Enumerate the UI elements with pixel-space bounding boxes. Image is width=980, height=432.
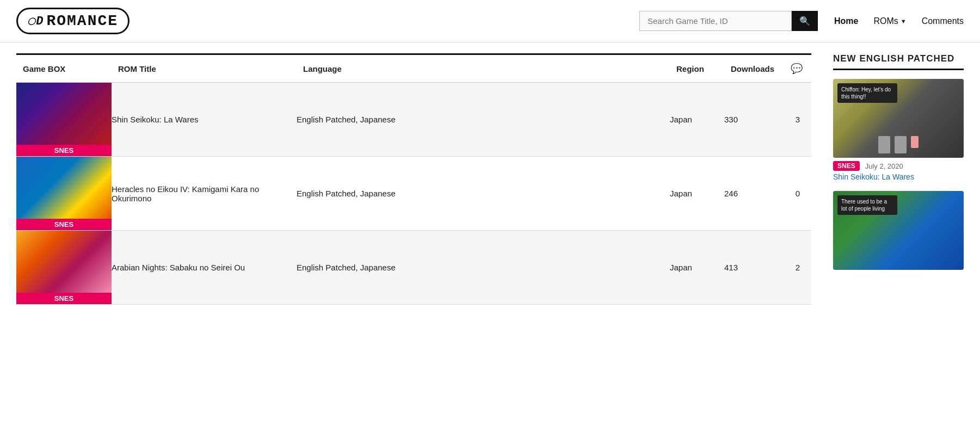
region-value-1: Japan <box>670 189 692 198</box>
game-title-2[interactable]: Arabian Nights: Sabaku no Seirei Ou <box>112 263 245 272</box>
main-nav: Home ROMs ▼ Comments <box>834 16 964 26</box>
sidebar-game-img-wrap-2: There used to be a lot of people living <box>833 191 964 270</box>
cell-comments-2: 2 <box>784 231 811 305</box>
cell-comments-1: 0 <box>784 157 811 231</box>
sidebar-chat-bubble-1: Chiffon: Hey, let's do this thing!! <box>837 83 897 103</box>
nav-roms[interactable]: ROMs <box>873 16 898 26</box>
downloads-value-0: 330 <box>724 115 738 124</box>
table-row[interactable]: SNES Shin Seikoku: La Wares English Patc… <box>16 83 811 157</box>
sprite-robot-2 <box>895 136 907 153</box>
cell-title-1: Heracles no Eikou IV: Kamigami Kara no O… <box>112 157 297 231</box>
search-input[interactable] <box>639 11 792 31</box>
search-button[interactable]: 🔍 <box>792 11 818 31</box>
language-value-0: English Patched, Japanese <box>297 115 396 124</box>
site-header: ◯D ROMANCE 🔍 Home ROMs ▼ Comments <box>0 0 980 42</box>
sprite-character <box>911 136 919 148</box>
cell-region-2: Japan <box>670 231 724 305</box>
game-title-1[interactable]: Heracles no Eikou IV: Kamigami Kara no O… <box>112 184 259 203</box>
platform-label-1: SNES <box>16 219 112 230</box>
gamebox-wrap-1: SNES <box>16 157 112 230</box>
table-row[interactable]: SNES Arabian Nights: Sabaku no Seirei Ou… <box>16 231 811 305</box>
sprite-scene-1 <box>833 136 964 153</box>
cell-region-1: Japan <box>670 157 724 231</box>
nav-home[interactable]: Home <box>834 16 858 26</box>
comments-value-0: 3 <box>796 115 800 124</box>
table-body: SNES Shin Seikoku: La Wares English Patc… <box>16 83 811 305</box>
gamebox-image-1 <box>16 157 112 219</box>
game-title-0[interactable]: Shin Seikoku: La Wares <box>112 115 199 124</box>
sidebar-game-title-1[interactable]: Shin Seikoku: La Wares <box>833 172 964 181</box>
cell-comments-0: 3 <box>784 83 811 157</box>
logo-cd-text: ◯D <box>28 14 44 28</box>
sidebar-card-1[interactable]: Chiffon: Hey, let's do this thing!! SNES… <box>833 79 964 181</box>
downloads-value-2: 413 <box>724 263 738 272</box>
site-logo[interactable]: ◯D ROMANCE <box>16 8 130 34</box>
col-region: Region <box>670 54 724 83</box>
col-comments: 💬 <box>784 54 811 83</box>
platform-badge-1: SNES <box>833 161 860 171</box>
region-value-2: Japan <box>670 263 692 272</box>
cell-downloads-1: 246 <box>724 157 784 231</box>
table-row[interactable]: SNES Heracles no Eikou IV: Kamigami Kara… <box>16 157 811 231</box>
sidebar-game-image-1: Chiffon: Hey, let's do this thing!! <box>833 79 964 158</box>
sidebar: NEW ENGLISH PATCHED Chiffon: Hey, let's … <box>833 53 964 305</box>
cell-downloads-0: 330 <box>724 83 784 157</box>
page-body: Game BOX ROM Title Language Region Downl… <box>0 42 980 316</box>
gamebox-image-0 <box>16 83 112 145</box>
region-value-0: Japan <box>670 115 692 124</box>
chevron-down-icon: ▼ <box>901 18 907 24</box>
cell-language-2: English Patched, Japanese <box>297 231 670 305</box>
cell-gamebox-0: SNES <box>16 83 112 157</box>
sprite-robot-1 <box>878 136 890 153</box>
sidebar-date-1: July 2, 2020 <box>865 162 903 170</box>
table-header: Game BOX ROM Title Language Region Downl… <box>16 54 811 83</box>
sidebar-meta-1: SNES July 2, 2020 <box>833 161 964 171</box>
nav-roms-wrapper: ROMs ▼ <box>873 16 906 26</box>
comments-value-1: 0 <box>796 189 800 198</box>
language-value-2: English Patched, Japanese <box>297 263 396 272</box>
language-value-1: English Patched, Japanese <box>297 189 396 198</box>
gamebox-image-2 <box>16 231 112 293</box>
main-content: Game BOX ROM Title Language Region Downl… <box>16 53 811 305</box>
gamebox-wrap-0: SNES <box>16 83 112 156</box>
cell-gamebox-1: SNES <box>16 157 112 231</box>
logo-romance-text: ROMANCE <box>46 13 118 29</box>
comments-value-2: 2 <box>796 263 800 272</box>
downloads-value-1: 246 <box>724 189 738 198</box>
sidebar-section-title: NEW ENGLISH PATCHED <box>833 53 964 70</box>
sidebar-chat-bubble-2: There used to be a lot of people living <box>837 195 897 215</box>
cell-region-0: Japan <box>670 83 724 157</box>
col-gamebox: Game BOX <box>16 54 112 83</box>
cell-language-0: English Patched, Japanese <box>297 83 670 157</box>
gamebox-wrap-2: SNES <box>16 231 112 304</box>
cell-title-2: Arabian Nights: Sabaku no Seirei Ou <box>112 231 297 305</box>
nav-comments[interactable]: Comments <box>922 16 964 26</box>
search-area: 🔍 <box>639 11 818 31</box>
sidebar-card-2[interactable]: There used to be a lot of people living <box>833 191 964 270</box>
sidebar-game-img-wrap-1: Chiffon: Hey, let's do this thing!! <box>833 79 964 158</box>
col-downloads: Downloads <box>724 54 784 83</box>
platform-label-2: SNES <box>16 293 112 304</box>
sidebar-game-image-2: There used to be a lot of people living <box>833 191 964 270</box>
comment-column-icon: 💬 <box>791 63 803 75</box>
col-title: ROM Title <box>112 54 297 83</box>
cell-gamebox-2: SNES <box>16 231 112 305</box>
platform-label-0: SNES <box>16 145 112 156</box>
cell-language-1: English Patched, Japanese <box>297 157 670 231</box>
game-table: Game BOX ROM Title Language Region Downl… <box>16 53 811 305</box>
search-icon: 🔍 <box>799 16 810 26</box>
col-language: Language <box>297 54 670 83</box>
cell-title-0: Shin Seikoku: La Wares <box>112 83 297 157</box>
cell-downloads-2: 413 <box>724 231 784 305</box>
